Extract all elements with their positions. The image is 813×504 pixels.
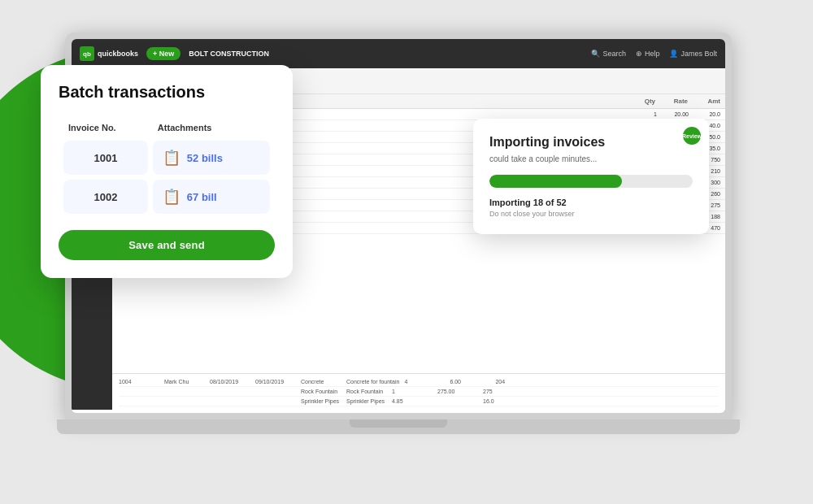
batch-row-2: 1002 📋 67 bill	[63, 180, 270, 214]
batch-invoice-1001: 1001	[63, 141, 148, 175]
qb-logo-icon: qb	[80, 46, 94, 61]
row-date1: 08/10/2019	[210, 379, 250, 385]
row-cat: Rock Fountain	[301, 389, 341, 394]
row-item: Rock Fountain	[346, 389, 387, 394]
company-name: BOLT CONSTRUCTION	[189, 50, 591, 58]
user-icon: 👤	[669, 50, 678, 58]
qb-logo-text: quickbooks	[98, 50, 138, 58]
col-qty: Qty	[631, 98, 655, 105]
laptop-base-notch	[350, 419, 447, 428]
table-row: Rock Fountain Rock Fountain 1 275.00 275	[119, 387, 719, 397]
batch-col-attachments: Attachments	[153, 119, 270, 136]
search-link[interactable]: 🔍 Search	[591, 50, 626, 58]
importing-subtitle: could take a couple minutes...	[489, 154, 693, 163]
help-icon: ⊕	[636, 50, 642, 58]
row-amt: 204	[495, 379, 536, 385]
row-amt: 16.0	[483, 398, 524, 404]
batch-row-1: 1001 📋 52 bills	[63, 141, 270, 175]
row-cat: Concrete	[301, 379, 341, 385]
col-amt: Amt	[688, 98, 720, 105]
header-right: 🔍 Search ⊕ Help 👤 James Bolt	[591, 50, 717, 58]
batch-invoice-1002: 1002	[63, 180, 148, 214]
attachment-icon-1: 📋	[163, 149, 180, 167]
import-status: Importing 18 of 52	[489, 198, 693, 207]
attachment-cell-2: 📋 67 bill	[163, 188, 260, 206]
search-icon: 🔍	[591, 50, 600, 58]
progress-bar-background	[489, 175, 693, 188]
attachment-cell-1: 📋 52 bills	[163, 149, 260, 167]
row-amt: 275	[483, 389, 524, 394]
batch-table: Invoice No. Attachments 1001 📋 52 bills …	[59, 115, 275, 219]
progress-bar-fill	[489, 175, 622, 188]
importing-title: Importing invoices	[489, 135, 693, 150]
app-header: qb quickbooks + New BOLT CONSTRUCTION 🔍 …	[72, 39, 725, 68]
row-qty: 4	[404, 379, 445, 385]
row-amt: 20.0	[692, 111, 720, 117]
attach-label-2: 67 bill	[187, 191, 217, 203]
table-row: 1004 Mark Chu 08/10/2019 09/10/2019 Conc…	[119, 377, 719, 387]
row-item: Sprinkler Pipes	[346, 398, 387, 404]
row-name: Mark Chu	[164, 379, 205, 385]
row-qty: 1	[392, 389, 433, 394]
attach-label-1: 52 bills	[187, 152, 223, 164]
review-label: Review	[682, 133, 702, 139]
row-qty: 4.85	[392, 398, 433, 404]
row-rate: 20.00	[660, 111, 689, 117]
attachment-icon-2: 📋	[163, 188, 180, 206]
save-send-button[interactable]: Save and send	[59, 230, 275, 260]
bottom-table: 1004 Mark Chu 08/10/2019 09/10/2019 Conc…	[112, 373, 725, 410]
review-button[interactable]: Review	[683, 127, 701, 145]
user-link[interactable]: 👤 James Bolt	[669, 50, 717, 58]
row-qty: 1	[628, 111, 657, 117]
col-rate: Rate	[655, 98, 688, 105]
row-item: Concrete for fountain	[346, 379, 399, 385]
scene: qb quickbooks + New BOLT CONSTRUCTION 🔍 …	[0, 0, 813, 504]
row-cat: Sprinkler Pipes	[301, 398, 341, 404]
batch-col-invoice: Invoice No.	[63, 119, 148, 136]
importing-modal: Review Importing invoices could take a c…	[473, 119, 709, 234]
batch-card-title: Batch transactions	[59, 83, 275, 102]
batch-attach-1002: 📋 67 bill	[153, 180, 270, 214]
row-rate: 6.00	[450, 379, 490, 385]
row-date2: 09/10/2019	[255, 379, 296, 385]
row-id: 1004	[119, 379, 159, 385]
laptop-base	[57, 419, 740, 434]
import-note: Do not close your browser	[489, 210, 693, 218]
quickbooks-logo: qb quickbooks	[80, 46, 138, 61]
batch-transactions-card: Batch transactions Invoice No. Attachmen…	[41, 65, 293, 278]
row-rate: 275.00	[437, 389, 478, 394]
new-button[interactable]: + New	[146, 47, 180, 60]
batch-attach-1001: 📋 52 bills	[153, 141, 270, 175]
help-link[interactable]: ⊕ Help	[636, 50, 660, 58]
table-row: Sprinkler Pipes Sprinkler Pipes 4.85 16.…	[119, 397, 719, 406]
